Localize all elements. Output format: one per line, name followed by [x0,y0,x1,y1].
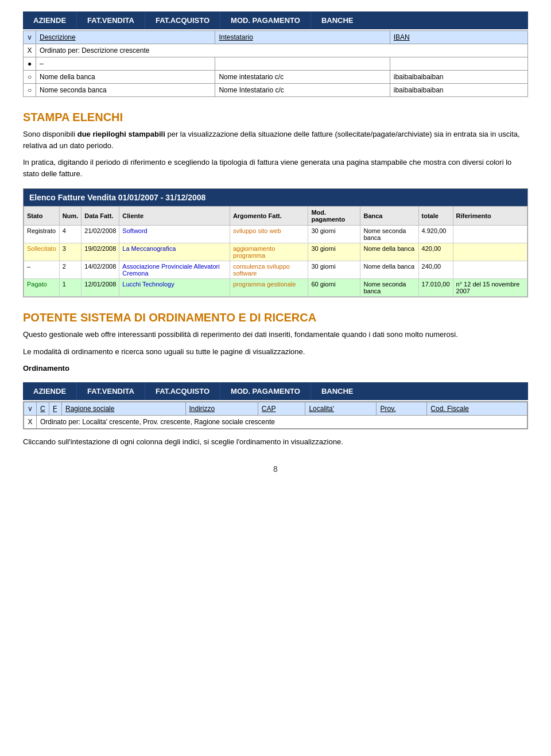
row-dash-col1: – [36,57,215,71]
aziende-col-cod-fiscale[interactable]: Cod. Fiscale [427,402,527,415]
aziende-table: v C F Ragione sociale Indirizzo CAP Loca… [24,402,527,429]
th-totale[interactable]: totale [418,207,453,226]
row-dash-col2 [215,57,390,71]
radio-x: X [24,44,36,57]
fatture-row-2: Sollecitato 3 19/02/2008 La Meccanografi… [24,243,527,261]
num-1: 4 [59,226,82,243]
table-row-sort: X Ordinato per: Descrizione crescente [24,44,528,57]
mod-pag-4: 60 giorni [308,279,360,297]
radio-unselected2[interactable]: ○ [24,84,36,97]
table-row-banca1: ○ Nome della banca Nome intestatario c/c… [24,71,528,84]
aziende-col-localita[interactable]: Localita' [305,402,377,415]
stampa-text2: In pratica, digitando il periodo di rife… [23,157,528,179]
riferimento-4: n° 12 del 15 novembre 2007 [453,279,527,297]
banca-1: Nome seconda banca [360,226,418,243]
totale-1: 4.920,00 [418,226,453,243]
banca2-intestatario: Nome Intestatario c/c [215,84,390,97]
stampa-title: STAMPA ELENCHI [23,111,528,124]
th-riferimento[interactable]: Riferimento [453,207,527,226]
fatture-header: Elenco Fatture Vendita 01/01/2007 - 31/1… [24,189,527,206]
banca2-iban: ibaibaibaibaiban [390,84,527,97]
col-intestatario[interactable]: Intestatario [215,31,390,44]
aziende-table-wrapper: v C F Ragione sociale Indirizzo CAP Loca… [23,401,528,429]
aziende-col-f[interactable]: F [49,402,62,415]
th-num[interactable]: Num. [59,207,82,226]
table-row-banca2: ○ Nome seconda banca Nome Intestatario c… [24,84,528,97]
th-cliente[interactable]: Cliente [119,207,230,226]
col-descrizione[interactable]: Descrizione [36,31,215,44]
th-banca[interactable]: Banca [360,207,418,226]
nav-fat-acquisto[interactable]: FAT.ACQUISTO [145,11,220,29]
data-2: 19/02/2008 [82,243,119,261]
banca1-iban: ibaibaibaibaiban [390,71,527,84]
argomento-4: programma gestionale [230,279,308,297]
table-row-header: v Descrizione Intestatario IBAN [24,31,528,44]
aziende-sort-text: Ordinato per: Localita' crescente, Prov.… [37,415,527,428]
mod-pag-1: 30 giorni [308,226,360,243]
banca-3: Nome della banca [360,261,418,279]
aziende-col-c[interactable]: C [37,402,49,415]
banca-4: Nome seconda banca [360,279,418,297]
radio-selected[interactable]: ● [24,57,36,71]
cliente-2: La Meccanografica [119,243,230,261]
nav-fat-vendita[interactable]: FAT.VENDITA [77,11,145,29]
nav2-mod-pagamento[interactable]: MOD. PAGAMENTO [220,382,311,400]
argomento-2: aggiornamento programma [230,243,308,261]
nav2-fat-vendita[interactable]: FAT.VENDITA [77,382,145,400]
aziende-radio-v[interactable]: v [24,402,37,415]
th-stato[interactable]: Stato [24,207,60,226]
data-4: 12/01/2008 [82,279,119,297]
cliente-4: Lucchi Technology [119,279,230,297]
th-mod-pag[interactable]: Mod. pagamento [308,207,360,226]
potente-text1: Questo gestionale web offre interessanti… [23,329,528,340]
cliente-1: Softword [119,226,230,243]
argomento-3: consulenza sviluppo software [230,261,308,279]
nav-banche[interactable]: BANCHE [311,11,364,29]
stampa-text1: Sono disponibili due riepiloghi stampabi… [23,129,528,151]
fatture-header-row: Stato Num. Data Fatt. Cliente Argomento … [24,207,527,226]
totale-4: 17.010,00 [418,279,453,297]
argomento-1: sviluppo sito web [230,226,308,243]
table-row-dash: ● – [24,57,528,71]
potente-section: POTENTE SISTEMA DI ORDINAMENTO E DI RICE… [23,311,528,374]
potente-text2: Le modalità di ordinamento e ricerca son… [23,346,528,358]
cliente-3: Associazione Provinciale Allevatori Crem… [119,261,230,279]
th-argomento[interactable]: Argomento Fatt. [230,207,308,226]
aziende-col-prov[interactable]: Prov. [377,402,427,415]
col-iban[interactable]: IBAN [390,31,527,44]
nav-aziende[interactable]: AZIENDE [23,11,77,29]
riferimento-3 [453,261,527,279]
nav2-banche[interactable]: BANCHE [311,382,364,400]
radio-v[interactable]: v [24,31,36,44]
aziende-col-ragione[interactable]: Ragione sociale [62,402,186,415]
th-data[interactable]: Data Fatt. [82,207,119,226]
totale-3: 240,00 [418,261,453,279]
stampa-section: STAMPA ELENCHI Sono disponibili due riep… [23,111,528,179]
data-1: 21/02/2008 [82,226,119,243]
num-3: 2 [59,261,82,279]
nav2-fat-acquisto[interactable]: FAT.ACQUISTO [145,382,220,400]
aziende-radio-x: X [24,415,37,428]
aziende-col-indirizzo[interactable]: Indirizzo [185,402,258,415]
stato-4: Pagato [24,279,60,297]
fatture-table: Stato Num. Data Fatt. Cliente Argomento … [24,206,527,297]
mod-pag-3: 30 giorni [308,261,360,279]
nav2-aziende[interactable]: AZIENDE [23,382,77,400]
aziende-row-v: v C F Ragione sociale Indirizzo CAP Loca… [24,402,527,415]
nav-mod-pagamento[interactable]: MOD. PAGAMENTO [220,11,311,29]
mod-pag-2: 30 giorni [308,243,360,261]
ordinamento-label: Ordinamento [23,363,528,374]
sort-description: Ordinato per: Descrizione crescente [36,44,528,57]
stato-2: Sollecitato [24,243,60,261]
riferimento-1 [453,226,527,243]
radio-unselected1[interactable]: ○ [24,71,36,84]
fatture-row-4: Pagato 1 12/01/2008 Lucchi Technology pr… [24,279,527,297]
banca2-name: Nome seconda banca [36,84,215,97]
num-4: 1 [59,279,82,297]
row-dash-col3 [390,57,527,71]
top-nav-bar: AZIENDE FAT.VENDITA FAT.ACQUISTO MOD. PA… [23,11,528,29]
fatture-container: Elenco Fatture Vendita 01/01/2007 - 31/1… [23,188,528,297]
banca1-name: Nome della banca [36,71,215,84]
bottom-text: Cliccando sull'intestazione di ogni colo… [23,436,528,448]
aziende-col-cap[interactable]: CAP [258,402,305,415]
